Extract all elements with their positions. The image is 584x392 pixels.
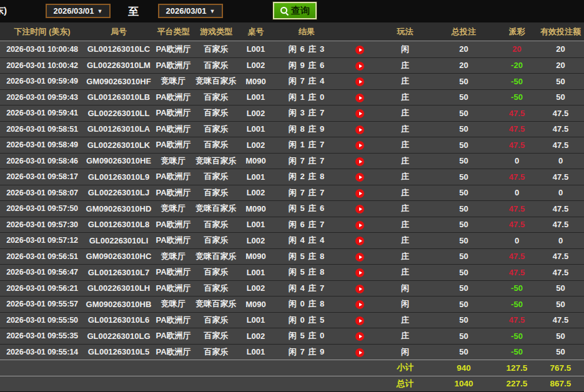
header-table-no: 桌号 <box>239 26 273 37</box>
search-icon <box>280 6 289 15</box>
play-icon[interactable] <box>355 173 364 182</box>
game-type-cell: 百家乐 <box>194 107 239 119</box>
total-bet-cell: 50 <box>431 92 497 102</box>
payout-cell: 47.5 <box>497 140 537 150</box>
bet-time-cell: 2026-03-01 09:58:49 <box>0 140 84 149</box>
total-bet-cell: 20 <box>431 61 497 70</box>
game-type-cell: 竞咪百家乐 <box>194 155 239 167</box>
table-no-cell: L002 <box>239 140 273 150</box>
round-id-cell: GM090263010HE <box>84 156 153 165</box>
subtotal-row: 小计 940 127.5 767.5 <box>0 360 584 376</box>
clipped-timezone-label: 东) <box>0 5 7 17</box>
bet-time-cell: 2026-03-01 09:59:41 <box>0 109 84 117</box>
table-no-cell: L002 <box>239 109 273 118</box>
bet-side-cell: 庄 <box>379 235 431 246</box>
platform-type-cell: 竞咪厅 <box>153 76 194 87</box>
payout-cell: 47.5 <box>497 124 537 134</box>
payout-cell: -50 <box>497 331 537 341</box>
result-cell: 闲 0 庄 5 <box>273 315 340 326</box>
result-cell: 闲 5 庄 8 <box>273 251 340 262</box>
table-no-cell: L001 <box>239 315 273 325</box>
bet-time-cell: 2026-03-01 09:57:50 <box>0 204 84 213</box>
grand-total-payout: 227.5 <box>497 379 537 388</box>
table-no-cell: M090 <box>239 204 273 213</box>
table-no-cell: L001 <box>239 44 273 54</box>
header-round-id: 局号 <box>84 26 153 37</box>
platform-type-cell: 竞咪厅 <box>153 203 194 214</box>
bet-history-page: 东) 2026/03/01 ▼ 至 2026/03/01 ▼ 查询 下注时间 (… <box>0 0 584 392</box>
header-game-type: 游戏类型 <box>194 26 239 37</box>
play-icon[interactable] <box>355 316 364 325</box>
play-triangle <box>359 80 362 84</box>
play-icon[interactable] <box>355 62 364 71</box>
play-triangle <box>359 48 362 52</box>
date-to-value: 2026/03/01 <box>166 6 207 16</box>
replay-cell <box>340 44 379 54</box>
total-bet-cell: 50 <box>431 315 497 325</box>
bet-time-cell: 2026-03-01 09:57:12 <box>0 236 84 245</box>
header-payout: 派彩 <box>497 26 537 37</box>
play-icon[interactable] <box>355 125 364 134</box>
replay-cell <box>340 347 379 357</box>
subtotal-label: 小计 <box>379 362 431 373</box>
platform-type-cell: PA欧洲厅 <box>153 107 194 119</box>
round-id-cell: GM090263010HB <box>84 300 153 309</box>
play-icon[interactable] <box>355 221 364 230</box>
play-icon[interactable] <box>355 300 364 309</box>
play-triangle <box>359 239 362 243</box>
payout-cell: 47.5 <box>497 252 537 261</box>
play-icon[interactable] <box>355 332 364 341</box>
platform-type-cell: PA欧洲厅 <box>153 315 194 326</box>
play-icon[interactable] <box>355 237 364 245</box>
play-icon[interactable] <box>355 109 364 118</box>
bet-time-cell: 2026-03-01 09:58:07 <box>0 189 84 197</box>
play-icon[interactable] <box>355 285 364 293</box>
date-from-select[interactable]: 2026/03/01 ▼ <box>46 4 111 18</box>
platform-type-cell: PA欧洲厅 <box>153 330 194 341</box>
platform-type-cell: PA欧洲厅 <box>153 235 194 246</box>
play-icon[interactable] <box>355 189 364 198</box>
play-icon[interactable] <box>355 157 364 166</box>
subtotal-payout: 127.5 <box>497 363 537 373</box>
table-no-cell: L002 <box>239 331 273 341</box>
bet-side-cell: 庄 <box>379 155 431 167</box>
valid-bet-cell: 47.5 <box>537 124 584 134</box>
play-icon[interactable] <box>355 141 364 150</box>
result-cell: 闲 7 庄 4 <box>273 76 340 87</box>
play-icon[interactable] <box>355 205 364 213</box>
total-bet-cell: 20 <box>431 44 497 54</box>
play-icon[interactable] <box>355 348 364 357</box>
table-no-cell: L001 <box>239 172 273 182</box>
play-triangle <box>359 335 362 338</box>
platform-type-cell: PA欧洲厅 <box>153 139 194 150</box>
bet-side-cell: 庄 <box>379 330 431 341</box>
result-cell: 闲 7 庄 7 <box>273 187 340 198</box>
table-no-cell: L001 <box>239 347 273 356</box>
result-cell: 闲 0 庄 8 <box>273 298 340 310</box>
payout-cell: 47.5 <box>497 268 537 277</box>
valid-bet-cell: 47.5 <box>537 109 584 118</box>
grand-total-total-bet: 1040 <box>431 379 497 388</box>
play-icon[interactable] <box>355 77 364 86</box>
round-id-cell: GL001263010LC <box>84 44 153 54</box>
payout-cell: -50 <box>497 77 537 86</box>
query-button[interactable]: 查询 <box>273 2 317 19</box>
play-icon[interactable] <box>355 94 364 102</box>
table-no-cell: L002 <box>239 283 273 293</box>
play-icon[interactable] <box>355 268 364 277</box>
table-row: 2026-03-01 10:00:48 GL001263010LC PA欧洲厅 … <box>0 41 584 57</box>
bet-time-cell: 2026-03-01 09:55:50 <box>0 316 84 325</box>
play-icon[interactable] <box>355 253 364 262</box>
total-bet-cell: 50 <box>431 109 497 118</box>
valid-bet-cell: 20 <box>537 61 584 70</box>
result-cell: 闲 9 庄 6 <box>273 60 340 71</box>
bet-side-cell: 庄 <box>379 76 431 87</box>
date-to-select[interactable]: 2026/03/01 ▼ <box>158 4 223 18</box>
table-no-cell: L001 <box>239 220 273 229</box>
play-icon[interactable] <box>355 46 364 54</box>
table-row: 2026-03-01 09:59:43 GL001263010LB PA欧洲厅 … <box>0 89 584 105</box>
bet-time-cell: 2026-03-01 09:57:30 <box>0 220 84 229</box>
play-triangle <box>359 192 362 195</box>
play-triangle <box>359 128 362 132</box>
bet-side-cell: 庄 <box>379 60 431 71</box>
